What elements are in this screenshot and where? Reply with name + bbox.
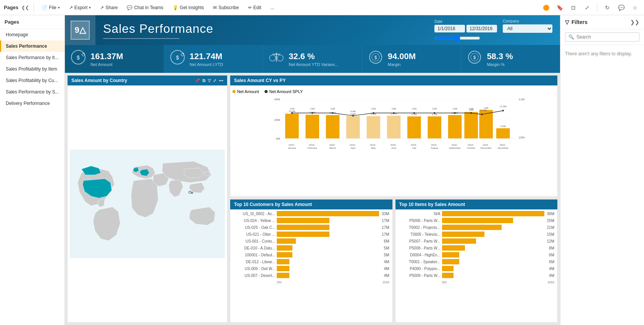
customer-bar-row: US-021 - Otter ... 17M <box>233 232 389 237</box>
item-bar <box>442 273 454 278</box>
teams-icon: 💬 <box>127 5 132 10</box>
content-area: 9△ Sales Performance Date <box>65 15 644 325</box>
filters-expand-icon[interactable]: ❯❯ <box>630 19 639 25</box>
company-select[interactable]: All <box>503 24 552 33</box>
customer-value: 33M <box>382 212 389 216</box>
cy-py-panel: Sales Amount CY vs PY Net Amount Net Amo… <box>230 75 558 197</box>
svg-point-66 <box>393 112 394 114</box>
star-icon[interactable]: ☆ <box>629 2 640 13</box>
customer-label: US-001 - Conto... <box>233 239 275 243</box>
chat-teams-button[interactable]: 💬 Chat in Teams <box>124 4 166 11</box>
search-input[interactable] <box>576 34 636 40</box>
svg-text:April: April <box>351 146 355 149</box>
item-value: 4M <box>549 274 554 278</box>
get-insights-button[interactable]: 💡 Get insights <box>169 4 207 11</box>
svg-point-6 <box>270 55 276 61</box>
svg-text:2016 -: 2016 - <box>309 143 316 146</box>
sidebar-item-homepage[interactable]: Homepage <box>0 29 65 40</box>
edit-button[interactable]: ✏ Edit <box>245 4 265 11</box>
refresh-icon[interactable]: ↻ <box>602 2 613 13</box>
item-bar-wrap <box>442 245 547 251</box>
date-end-input[interactable] <box>466 25 497 32</box>
svg-text:2016 -: 2016 - <box>289 143 295 146</box>
svg-text:11M: 11M <box>330 107 335 110</box>
cy-py-chart-svg: 40M 20M 0M 11M 10M <box>232 95 555 156</box>
date-start-input[interactable] <box>434 25 465 32</box>
date-range-slider[interactable] <box>434 35 480 41</box>
kpi-net-lytd: $ 121.74M Net Amount LYTD <box>164 45 263 73</box>
bar-may <box>366 116 380 138</box>
items-axis: 0M 40M <box>399 280 555 284</box>
customer-bar-wrap <box>277 266 381 271</box>
svg-text:2016 -: 2016 - <box>350 143 357 146</box>
item-bar-wrap <box>442 259 547 264</box>
chevron-down-icon: ▾ <box>89 6 91 10</box>
filters-header: ▽ Filters ❯❯ <box>560 15 644 29</box>
customer-label: DE-010 - A.Datu... <box>233 246 275 250</box>
kpi-margin-label: Margin <box>388 62 416 67</box>
item-bar <box>442 238 476 244</box>
bar-oct <box>464 112 478 138</box>
sidebar-item-sales-profit-cu[interactable]: Sales Profitability by Cu... <box>0 75 65 86</box>
svg-point-67 <box>413 112 415 114</box>
customer-value: 5M <box>384 246 389 250</box>
item-bar-row: T0002 - Projecto... 21M <box>399 225 555 230</box>
export-button[interactable]: ↗ Export ▾ <box>66 4 94 11</box>
user-icon[interactable]: 🟠 <box>541 2 551 13</box>
more-icon[interactable]: ••• <box>219 78 223 83</box>
dashboard-title: Sales Performance <box>103 22 419 36</box>
file-button[interactable]: 📄 File ▾ <box>39 4 63 11</box>
kpi-lytd-label: Net Amount LYTD <box>190 62 223 67</box>
svg-point-70 <box>470 112 472 114</box>
kpi-variance: 32.6 % Net Amount YTD Varianc... <box>263 45 362 73</box>
customer-bar <box>277 238 296 244</box>
svg-text:2016 -: 2016 - <box>500 143 507 146</box>
cy-py-header: Sales Amount CY vs PY <box>230 76 557 85</box>
item-bar <box>442 225 502 230</box>
share-button[interactable]: ↗ Share <box>97 4 121 11</box>
bookmark-icon[interactable]: 🔖 <box>554 2 565 13</box>
sidebar-item-sales-perf-s[interactable]: Sales Performance by S... <box>0 86 65 98</box>
svg-text:September: September <box>449 146 460 149</box>
share-icon: ↗ <box>100 5 104 10</box>
customer-label: US-024 - Yellow ... <box>233 219 275 223</box>
customer-bar <box>277 225 329 230</box>
customer-value: 5M <box>384 253 389 257</box>
sidebar-item-sales-performance[interactable]: Sales Performance <box>0 40 65 52</box>
svg-point-69 <box>454 112 455 114</box>
legend-py: Net Amount SPLY <box>265 89 303 94</box>
pin-icon[interactable]: 📌 <box>195 78 200 83</box>
item-bar-wrap <box>442 238 544 244</box>
subscribe-button[interactable]: ✉ Subscribe <box>210 4 242 11</box>
customer-label: US-025 - Oak C... <box>233 225 275 230</box>
filter-icon[interactable]: ▽ <box>208 78 211 83</box>
main-layout: Pages Homepage Sales Performance Sales P… <box>0 15 644 325</box>
customer-bar <box>277 259 289 264</box>
sidebar-item-sales-profit-item[interactable]: Sales Profitability by Item <box>0 63 65 75</box>
sidebar-item-delivery[interactable]: Delivery Performance <box>0 98 65 109</box>
customer-bar-row: US_SI_0002 - Ac... 33M <box>233 211 389 216</box>
bottom-charts: Top 10 Customers by Sales Amount US_SI_0… <box>230 199 558 323</box>
expand-icon[interactable]: ⤢ <box>213 78 216 83</box>
more-button[interactable]: ... <box>267 4 277 11</box>
copy-icon[interactable]: ⧉ <box>202 78 205 83</box>
item-bar-row: P4000 - Polypro... 4M <box>399 266 555 271</box>
svg-text:11M: 11M <box>391 107 396 110</box>
fullscreen-icon[interactable]: ⤢ <box>582 2 592 13</box>
customers-title: Top 10 Customers by Sales Amount <box>234 202 312 207</box>
collapse-icon[interactable]: ❮❮ <box>21 5 29 10</box>
svg-point-61 <box>291 112 293 114</box>
chevron-down-icon: ▾ <box>58 6 60 10</box>
comment-icon[interactable]: 💬 <box>616 2 626 13</box>
customer-bar-row: DE-010 - A.Datu... 5M <box>233 245 389 251</box>
svg-text:3.9M: 3.9M <box>500 125 506 127</box>
item-label: P5008 - Parts W... <box>399 246 441 250</box>
kpi-lytd-values: 121.74M Net Amount LYTD <box>190 51 223 67</box>
window-icon[interactable]: ⊡ <box>568 2 579 13</box>
svg-text:11M: 11M <box>469 107 473 110</box>
customer-label: US-021 - Otter ... <box>233 232 275 237</box>
sidebar-item-sales-perf-it[interactable]: Sales Performance by It... <box>0 52 65 63</box>
svg-text:August: August <box>431 146 438 149</box>
item-bar-row: P5009 - Parts W... 4M <box>399 273 555 278</box>
svg-text:July: July <box>412 146 416 149</box>
